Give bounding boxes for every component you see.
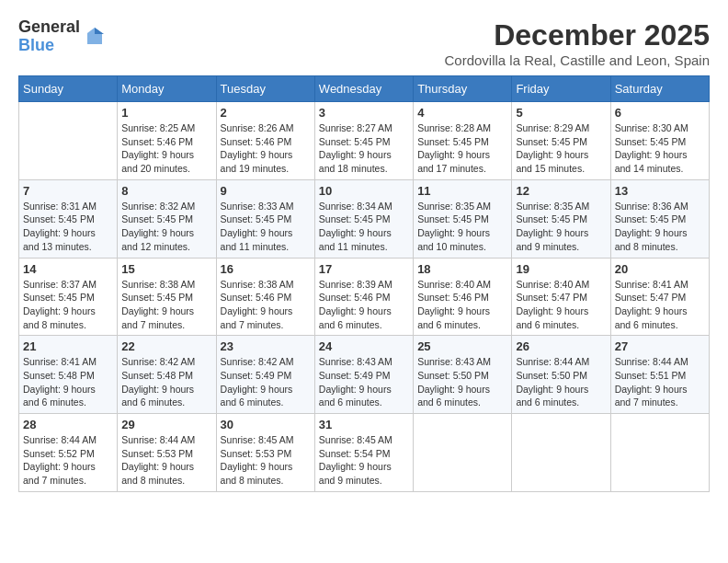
day-number: 3 (319, 106, 409, 120)
calendar-cell: 15Sunrise: 8:38 AM Sunset: 5:45 PM Dayli… (118, 258, 216, 336)
day-info: Sunrise: 8:30 AM Sunset: 5:45 PM Dayligh… (615, 121, 705, 176)
day-number: 16 (221, 262, 311, 276)
day-info: Sunrise: 8:41 AM Sunset: 5:48 PM Dayligh… (23, 355, 113, 409)
day-number: 18 (417, 262, 507, 276)
calendar-cell: 16Sunrise: 8:38 AM Sunset: 5:46 PM Dayli… (216, 258, 314, 336)
header-tuesday: Tuesday (216, 76, 314, 102)
calendar-week-1: 1Sunrise: 8:25 AM Sunset: 5:46 PM Daylig… (19, 102, 710, 180)
calendar-cell: 29Sunrise: 8:44 AM Sunset: 5:53 PM Dayli… (118, 414, 216, 492)
calendar-cell: 17Sunrise: 8:39 AM Sunset: 5:46 PM Dayli… (314, 258, 413, 336)
day-number: 31 (319, 418, 409, 431)
day-number: 28 (23, 418, 113, 431)
logo-icon (84, 26, 106, 48)
calendar-cell: 30Sunrise: 8:45 AM Sunset: 5:53 PM Dayli… (216, 414, 314, 492)
day-number: 8 (121, 184, 211, 198)
calendar-cell: 13Sunrise: 8:36 AM Sunset: 5:45 PM Dayli… (610, 179, 709, 258)
day-info: Sunrise: 8:28 AM Sunset: 5:45 PM Dayligh… (417, 121, 507, 176)
calendar-cell: 5Sunrise: 8:29 AM Sunset: 5:45 PM Daylig… (512, 102, 610, 180)
day-info: Sunrise: 8:43 AM Sunset: 5:50 PM Dayligh… (417, 355, 507, 409)
title-section: December 2025 Cordovilla la Real, Castil… (444, 18, 710, 68)
day-number: 14 (23, 262, 113, 276)
day-number: 26 (516, 339, 606, 353)
calendar-cell: 19Sunrise: 8:40 AM Sunset: 5:47 PM Dayli… (512, 258, 610, 336)
day-number: 27 (615, 339, 705, 353)
day-number: 30 (221, 418, 311, 431)
calendar-cell: 2Sunrise: 8:26 AM Sunset: 5:46 PM Daylig… (216, 102, 314, 180)
calendar-cell: 10Sunrise: 8:34 AM Sunset: 5:45 PM Dayli… (314, 179, 413, 258)
day-number: 17 (319, 262, 409, 276)
day-number: 1 (121, 106, 211, 120)
calendar-cell (512, 414, 610, 492)
day-info: Sunrise: 8:36 AM Sunset: 5:45 PM Dayligh… (615, 200, 705, 254)
day-number: 7 (23, 184, 113, 198)
calendar-cell: 23Sunrise: 8:42 AM Sunset: 5:49 PM Dayli… (216, 336, 314, 414)
header-monday: Monday (118, 76, 216, 102)
logo-blue: Blue (18, 37, 80, 55)
calendar-cell: 1Sunrise: 8:25 AM Sunset: 5:46 PM Daylig… (118, 102, 216, 180)
day-number: 12 (516, 184, 606, 198)
calendar-cell: 12Sunrise: 8:35 AM Sunset: 5:45 PM Dayli… (512, 179, 610, 258)
calendar-cell: 20Sunrise: 8:41 AM Sunset: 5:47 PM Dayli… (610, 258, 709, 336)
day-number: 23 (221, 339, 311, 353)
day-number: 9 (221, 184, 311, 198)
header-saturday: Saturday (610, 76, 709, 102)
calendar-table: SundayMondayTuesdayWednesdayThursdayFrid… (18, 75, 710, 492)
day-info: Sunrise: 8:40 AM Sunset: 5:46 PM Dayligh… (417, 278, 507, 332)
calendar-cell (610, 414, 709, 492)
month-title: December 2025 (444, 18, 710, 52)
day-number: 25 (417, 339, 507, 353)
calendar-cell: 6Sunrise: 8:30 AM Sunset: 5:45 PM Daylig… (610, 102, 709, 180)
day-info: Sunrise: 8:35 AM Sunset: 5:45 PM Dayligh… (516, 200, 606, 254)
day-info: Sunrise: 8:39 AM Sunset: 5:46 PM Dayligh… (319, 278, 409, 332)
day-number: 20 (615, 262, 705, 276)
day-number: 11 (417, 184, 507, 198)
day-number: 21 (23, 339, 113, 353)
page-header: General Blue December 2025 Cordovilla la… (18, 18, 710, 68)
header-thursday: Thursday (414, 76, 512, 102)
calendar-cell: 18Sunrise: 8:40 AM Sunset: 5:46 PM Dayli… (414, 258, 512, 336)
calendar-cell: 25Sunrise: 8:43 AM Sunset: 5:50 PM Dayli… (414, 336, 512, 414)
header-wednesday: Wednesday (314, 76, 413, 102)
logo: General Blue (18, 18, 106, 55)
calendar-cell (19, 102, 118, 180)
calendar-week-2: 7Sunrise: 8:31 AM Sunset: 5:45 PM Daylig… (19, 179, 710, 258)
day-info: Sunrise: 8:45 AM Sunset: 5:54 PM Dayligh… (319, 433, 409, 488)
day-info: Sunrise: 8:33 AM Sunset: 5:45 PM Dayligh… (221, 200, 311, 254)
calendar-cell: 8Sunrise: 8:32 AM Sunset: 5:45 PM Daylig… (118, 179, 216, 258)
day-number: 13 (615, 184, 705, 198)
calendar-cell: 4Sunrise: 8:28 AM Sunset: 5:45 PM Daylig… (414, 102, 512, 180)
day-number: 6 (615, 106, 705, 120)
day-info: Sunrise: 8:38 AM Sunset: 5:45 PM Dayligh… (121, 278, 211, 332)
calendar-cell (414, 414, 512, 492)
calendar-header-row: SundayMondayTuesdayWednesdayThursdayFrid… (19, 76, 710, 102)
logo-general: General (18, 18, 80, 37)
calendar-cell: 27Sunrise: 8:44 AM Sunset: 5:51 PM Dayli… (610, 336, 709, 414)
calendar-week-3: 14Sunrise: 8:37 AM Sunset: 5:45 PM Dayli… (19, 258, 710, 336)
day-info: Sunrise: 8:42 AM Sunset: 5:49 PM Dayligh… (221, 355, 311, 409)
calendar-cell: 31Sunrise: 8:45 AM Sunset: 5:54 PM Dayli… (314, 414, 413, 492)
calendar-cell: 22Sunrise: 8:42 AM Sunset: 5:48 PM Dayli… (118, 336, 216, 414)
day-info: Sunrise: 8:45 AM Sunset: 5:53 PM Dayligh… (221, 433, 311, 488)
day-info: Sunrise: 8:41 AM Sunset: 5:47 PM Dayligh… (615, 278, 705, 332)
day-info: Sunrise: 8:44 AM Sunset: 5:50 PM Dayligh… (516, 355, 606, 409)
day-info: Sunrise: 8:40 AM Sunset: 5:47 PM Dayligh… (516, 278, 606, 332)
day-info: Sunrise: 8:44 AM Sunset: 5:53 PM Dayligh… (121, 433, 211, 488)
day-info: Sunrise: 8:37 AM Sunset: 5:45 PM Dayligh… (23, 278, 113, 332)
day-info: Sunrise: 8:26 AM Sunset: 5:46 PM Dayligh… (221, 121, 311, 176)
day-info: Sunrise: 8:42 AM Sunset: 5:48 PM Dayligh… (121, 355, 211, 409)
day-number: 4 (417, 106, 507, 120)
day-info: Sunrise: 8:31 AM Sunset: 5:45 PM Dayligh… (23, 200, 113, 254)
day-number: 5 (516, 106, 606, 120)
day-info: Sunrise: 8:38 AM Sunset: 5:46 PM Dayligh… (221, 278, 311, 332)
day-number: 24 (319, 339, 409, 353)
day-info: Sunrise: 8:27 AM Sunset: 5:45 PM Dayligh… (319, 121, 409, 176)
calendar-week-5: 28Sunrise: 8:44 AM Sunset: 5:52 PM Dayli… (19, 414, 710, 492)
day-number: 15 (121, 262, 211, 276)
subtitle: Cordovilla la Real, Castille and Leon, S… (444, 52, 710, 68)
day-number: 29 (121, 418, 211, 431)
calendar-cell: 28Sunrise: 8:44 AM Sunset: 5:52 PM Dayli… (19, 414, 118, 492)
day-number: 22 (121, 339, 211, 353)
day-info: Sunrise: 8:43 AM Sunset: 5:49 PM Dayligh… (319, 355, 409, 409)
day-number: 2 (221, 106, 311, 120)
day-info: Sunrise: 8:25 AM Sunset: 5:46 PM Dayligh… (121, 121, 211, 176)
